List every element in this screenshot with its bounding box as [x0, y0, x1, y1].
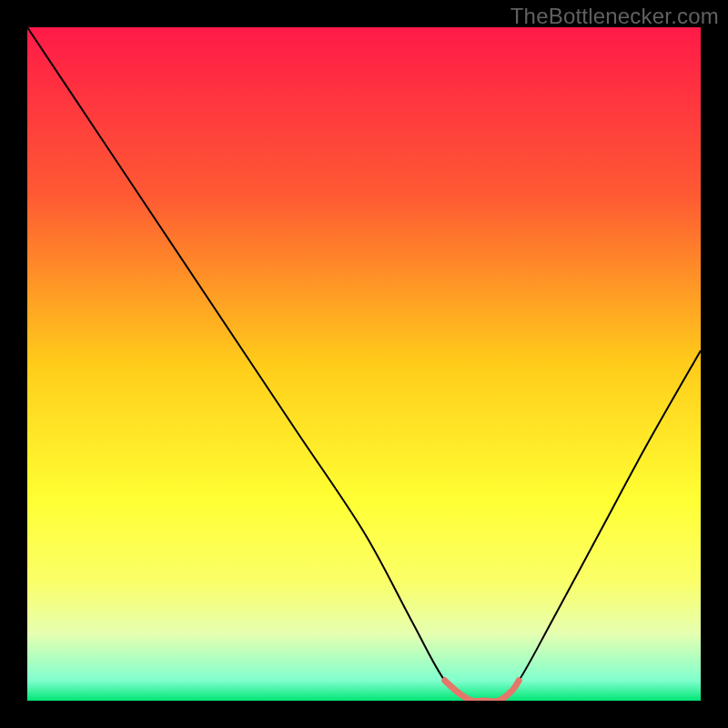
chart-background	[27, 27, 701, 701]
bottleneck-chart	[27, 27, 701, 701]
watermark-text: TheBottlenecker.com	[511, 4, 719, 29]
chart-frame: TheBottlenecker.com	[0, 0, 728, 728]
